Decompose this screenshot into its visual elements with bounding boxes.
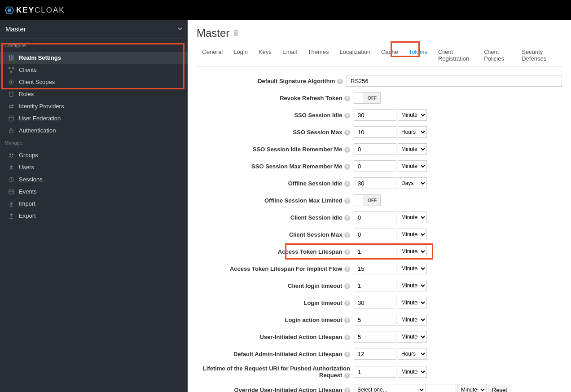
help-icon[interactable]: ?: [344, 215, 350, 221]
input-sso-session-max[interactable]: [354, 126, 396, 138]
delete-realm-button[interactable]: [233, 29, 239, 38]
nav-users[interactable]: Users: [0, 161, 188, 173]
tab-general[interactable]: General: [197, 44, 228, 66]
help-icon[interactable]: ?: [344, 300, 350, 306]
export-icon: [8, 213, 14, 219]
nav-user-federation[interactable]: User Federation: [0, 112, 188, 124]
input-default-admin-action[interactable]: [354, 348, 396, 360]
input-default-signature-algorithm[interactable]: [347, 75, 562, 87]
select-override-user-action-unit[interactable]: Minutes: [457, 384, 487, 392]
input-sso-session-idle-remember[interactable]: [354, 143, 396, 155]
input-client-session-max[interactable]: [354, 229, 396, 240]
tab-email[interactable]: Email: [277, 44, 303, 66]
help-icon[interactable]: ?: [344, 352, 350, 357]
select-user-initiated-action-unit[interactable]: Minutes: [398, 331, 427, 343]
help-icon[interactable]: ?: [344, 130, 350, 136]
input-user-initiated-action[interactable]: [354, 331, 396, 343]
svg-point-11: [9, 116, 13, 118]
tab-security-defenses[interactable]: Security Defenses: [516, 44, 562, 66]
select-client-session-idle-unit[interactable]: Minutes: [398, 211, 427, 223]
input-offline-session-idle[interactable]: [354, 177, 396, 189]
select-sso-session-idle-unit[interactable]: Minutes: [398, 109, 427, 121]
select-login-action-timeout-unit[interactable]: Minutes: [398, 314, 427, 326]
select-access-token-lifespan-unit[interactable]: Minutes: [398, 246, 427, 257]
nav-authentication[interactable]: Authentication: [0, 124, 188, 137]
help-icon[interactable]: ?: [344, 147, 350, 153]
realm-dropdown[interactable]: Master: [0, 20, 188, 37]
select-override-user-action[interactable]: Select one...: [354, 384, 426, 392]
select-login-timeout-unit[interactable]: Minutes: [398, 297, 427, 308]
input-login-timeout[interactable]: [354, 297, 396, 308]
label-client-session-max: Client Session Max ?: [197, 231, 354, 238]
help-icon[interactable]: ?: [344, 198, 350, 204]
input-sso-session-max-remember[interactable]: [354, 160, 396, 172]
section-configure: Configure: [0, 39, 188, 52]
label-sso-session-idle: SSO Session Idle ?: [197, 112, 354, 119]
label-client-login-timeout: Client login timeout ?: [197, 282, 354, 289]
nav-clients[interactable]: Clients: [0, 64, 188, 76]
nav-events[interactable]: Events: [0, 185, 188, 198]
help-icon[interactable]: ?: [344, 113, 350, 119]
select-sso-session-idle-remember-unit[interactable]: Minutes: [398, 143, 427, 155]
tab-client-registration[interactable]: Client Registration: [433, 44, 479, 66]
nav-roles[interactable]: Roles: [0, 88, 188, 100]
select-sso-session-max-remember-unit[interactable]: Minutes: [398, 160, 427, 172]
help-icon[interactable]: ?: [344, 232, 350, 238]
toggle-revoke-refresh-token[interactable]: OFF: [354, 92, 381, 104]
select-client-session-max-unit[interactable]: Minutes: [398, 229, 427, 240]
input-login-action-timeout[interactable]: [354, 314, 396, 326]
select-client-login-timeout-unit[interactable]: Minutes: [398, 280, 427, 291]
input-override-user-action[interactable]: [427, 384, 456, 392]
select-sso-session-max-unit[interactable]: Hours: [398, 126, 427, 138]
help-icon[interactable]: ?: [344, 388, 350, 392]
input-par-lifetime[interactable]: [354, 366, 396, 378]
nav-export[interactable]: Export: [0, 210, 188, 222]
svg-point-15: [10, 165, 13, 167]
svg-point-4: [13, 56, 14, 57]
label-default-signature-algorithm: Default Signature Algorithm ?: [197, 78, 347, 84]
help-icon[interactable]: ?: [344, 317, 350, 323]
tab-localization[interactable]: Localization: [334, 44, 376, 66]
input-sso-session-idle[interactable]: [354, 109, 396, 121]
input-access-token-lifespan[interactable]: [354, 246, 396, 257]
tab-keys[interactable]: Keys: [253, 44, 277, 66]
help-icon[interactable]: ?: [344, 164, 350, 170]
tab-client-policies[interactable]: Client Policies: [479, 44, 516, 66]
select-par-lifetime-unit[interactable]: Minutes: [398, 366, 427, 378]
reset-button[interactable]: Reset: [488, 385, 511, 392]
svg-point-14: [12, 154, 13, 155]
help-icon[interactable]: ?: [344, 96, 350, 101]
help-icon[interactable]: ?: [344, 335, 350, 340]
tab-tokens[interactable]: Tokens: [404, 44, 433, 66]
help-icon[interactable]: ?: [344, 373, 350, 379]
label-access-token-lifespan-implicit: Access Token Lifespan For Implicit Flow …: [197, 265, 354, 272]
nav-import[interactable]: Import: [0, 198, 188, 210]
svg-marker-1: [7, 9, 11, 12]
nav-sessions[interactable]: Sessions: [0, 173, 188, 185]
select-access-token-lifespan-implicit-unit[interactable]: Minutes: [398, 263, 427, 274]
tab-cache[interactable]: Cache: [376, 44, 404, 66]
help-icon[interactable]: ?: [344, 181, 350, 187]
help-icon[interactable]: ?: [344, 249, 350, 255]
brand-logo[interactable]: KEYCLOAK: [4, 5, 65, 15]
select-offline-session-idle-unit[interactable]: Days: [398, 177, 427, 189]
input-access-token-lifespan-implicit[interactable]: [354, 263, 396, 274]
input-client-login-timeout[interactable]: [354, 280, 396, 291]
help-icon[interactable]: ?: [344, 283, 350, 289]
nav-identity-providers[interactable]: Identity Providers: [0, 100, 188, 112]
exchange-icon: [8, 103, 14, 110]
nav-realm-settings[interactable]: Realm Settings: [0, 52, 188, 64]
cluster-icon: [8, 67, 14, 73]
help-icon[interactable]: ?: [344, 266, 350, 272]
app-header: KEYCLOAK: [0, 0, 571, 20]
toggle-offline-session-max-limited[interactable]: OFF: [354, 194, 381, 206]
input-client-session-idle[interactable]: [354, 211, 396, 223]
tab-login[interactable]: Login: [228, 44, 253, 66]
svg-point-3: [11, 58, 12, 59]
tab-themes[interactable]: Themes: [302, 44, 334, 66]
nav-client-scopes[interactable]: Client Scopes: [0, 76, 188, 88]
nav-groups[interactable]: Groups: [0, 149, 188, 161]
select-default-admin-action-unit[interactable]: Hours: [398, 348, 427, 360]
help-icon[interactable]: ?: [337, 79, 343, 84]
section-manage: Manage: [0, 137, 188, 149]
